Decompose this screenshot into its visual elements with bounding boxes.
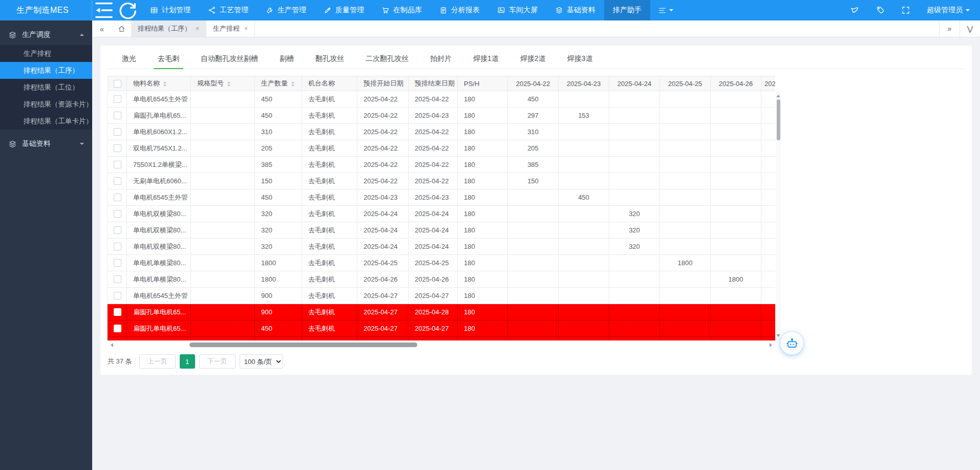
cell-daily-quantity bbox=[660, 173, 711, 189]
process-tab-welding-1[interactable]: 焊接1道 bbox=[465, 49, 507, 69]
tab-schedule-result-process[interactable]: 排程结果（工序）× bbox=[131, 20, 206, 37]
nav-item-scheduling-assistant[interactable]: 排产助手 bbox=[604, 0, 650, 20]
cell-end-date: 2025-04-22 bbox=[409, 91, 458, 108]
row-checkbox[interactable] bbox=[114, 128, 121, 136]
scroll-left-arrow-icon[interactable] bbox=[109, 343, 113, 347]
process-tab-deburring[interactable]: 去毛刺 bbox=[150, 49, 187, 69]
sidebar-section-production-scheduling[interactable]: 生产调度 bbox=[0, 25, 92, 45]
cell-end-date: 2025-04-28 bbox=[409, 304, 458, 321]
column-header-label: 机台名称 bbox=[308, 79, 335, 87]
tag-icon[interactable] bbox=[876, 6, 885, 15]
process-tab-welding-2[interactable]: 焊接2道 bbox=[512, 49, 554, 69]
nav-item-workshop-screen[interactable]: 车间大屏 bbox=[488, 0, 546, 20]
app-title: 生产制造MES bbox=[0, 0, 92, 20]
nav-item-basic-data[interactable]: 基础资料 bbox=[546, 0, 604, 20]
sidebar-item-schedule-result-resource-card[interactable]: 排程结果（资源卡片） bbox=[0, 96, 92, 113]
column-header[interactable]: 物料名称 bbox=[127, 76, 191, 91]
vertical-scrollbar[interactable] bbox=[776, 91, 781, 340]
fullscreen-icon[interactable] bbox=[901, 6, 910, 15]
collapse-sidebar-icon[interactable] bbox=[92, 0, 116, 20]
scroll-right-arrow-icon[interactable] bbox=[770, 343, 774, 347]
tabs-scroll-right-button[interactable]: » bbox=[939, 20, 960, 37]
process-tab-auto-tapping-slotting[interactable]: 自动翻孔攻丝剔槽 bbox=[193, 49, 266, 69]
scroll-up-arrow-icon[interactable] bbox=[776, 93, 780, 97]
cell-end-date: 2025-04-22 bbox=[409, 140, 458, 157]
column-header[interactable]: 生产数量 bbox=[255, 76, 302, 91]
cell-daily-quantity bbox=[660, 222, 711, 239]
more-menu-button[interactable] bbox=[650, 6, 681, 15]
cell-quantity bbox=[255, 337, 302, 341]
table-row: 单电机6060X1.2...310去毛刺机2025-04-222025-04-2… bbox=[108, 124, 776, 140]
sidebar-item-schedule-result-station[interactable]: 排程结果（工位） bbox=[0, 79, 92, 96]
current-page-button[interactable]: 1 bbox=[180, 354, 195, 369]
cell-daily-quantity bbox=[761, 91, 776, 108]
row-checkbox[interactable] bbox=[114, 177, 121, 185]
row-checkbox[interactable] bbox=[114, 144, 121, 152]
cell-daily-quantity bbox=[711, 222, 761, 239]
sidebar-item-schedule-result-workorder-card[interactable]: 排程结果（工单卡片） bbox=[0, 113, 92, 130]
sort-icon[interactable] bbox=[163, 80, 166, 88]
tabs-dropdown-button[interactable]: ⋁ bbox=[960, 20, 980, 37]
process-tab-sealing[interactable]: 拍封片 bbox=[422, 49, 460, 69]
cell-daily-quantity: 150 bbox=[508, 173, 559, 189]
page-size-select[interactable]: 100 条/页 bbox=[240, 354, 283, 369]
scroll-down-arrow-icon[interactable] bbox=[776, 334, 780, 339]
refresh-icon[interactable] bbox=[116, 0, 139, 20]
prev-page-button[interactable]: 上一页 bbox=[139, 354, 176, 369]
sidebar-item-production-scheduling[interactable]: 生产排程 bbox=[0, 45, 92, 62]
cell-end-date: 2025-04-26 bbox=[409, 271, 458, 288]
sidebar-section-basic-data[interactable]: 基础资料 bbox=[0, 134, 92, 154]
cell-psh: 180 bbox=[458, 189, 508, 206]
sort-icon[interactable] bbox=[291, 80, 294, 88]
cell-material-name: 单电机双横梁80... bbox=[127, 206, 191, 222]
row-checkbox[interactable] bbox=[114, 194, 121, 201]
process-tab-tapping[interactable]: 翻孔攻丝 bbox=[307, 49, 352, 69]
nav-item-wip-warehouse[interactable]: 在制品库 bbox=[373, 0, 431, 20]
process-tab-secondary-tapping[interactable]: 二次翻孔攻丝 bbox=[357, 49, 417, 69]
row-checkbox[interactable] bbox=[114, 112, 121, 119]
cell-daily-quantity bbox=[761, 321, 776, 337]
select-all-checkbox[interactable] bbox=[114, 80, 121, 88]
home-tab-button[interactable] bbox=[112, 20, 131, 37]
cell-daily-quantity bbox=[609, 108, 660, 124]
tabs-scroll-left-button[interactable]: « bbox=[92, 20, 112, 37]
nav-item-plan-management[interactable]: 计划管理 bbox=[141, 0, 199, 20]
nav-item-analysis-reports[interactable]: 分析报表 bbox=[431, 0, 488, 20]
row-checkbox[interactable] bbox=[114, 243, 121, 250]
cell-daily-quantity bbox=[711, 304, 761, 321]
horizontal-scrollbar-thumb[interactable] bbox=[189, 343, 417, 347]
row-checkbox[interactable] bbox=[114, 259, 121, 267]
row-checkbox[interactable] bbox=[114, 161, 121, 168]
row-checkbox[interactable] bbox=[114, 325, 121, 332]
row-checkbox[interactable] bbox=[114, 95, 121, 103]
process-tab-welding-3[interactable]: 焊接3道 bbox=[559, 49, 601, 69]
tab-close-icon[interactable]: × bbox=[244, 25, 248, 32]
row-checkbox[interactable] bbox=[114, 292, 121, 300]
nav-item-production-management[interactable]: 生产管理 bbox=[257, 0, 315, 20]
next-page-button[interactable]: 下一页 bbox=[199, 354, 236, 369]
cell-daily-quantity: 450 bbox=[508, 91, 559, 108]
assistant-chat-button[interactable] bbox=[780, 332, 803, 355]
row-checkbox[interactable] bbox=[114, 275, 121, 283]
cell-daily-quantity bbox=[508, 206, 559, 222]
cell-end-date: 2025-04-22 bbox=[409, 173, 458, 189]
nav-item-process-management[interactable]: 工艺管理 bbox=[199, 0, 257, 20]
tab-close-icon[interactable]: × bbox=[196, 25, 199, 32]
cell-daily-quantity bbox=[609, 337, 660, 341]
sidebar-item-schedule-result-process[interactable]: 排程结果（工序） bbox=[0, 62, 92, 79]
column-header-label: 规格型号 bbox=[197, 79, 224, 87]
nav-item-quality-management[interactable]: 质量管理 bbox=[315, 0, 373, 20]
dove-icon[interactable] bbox=[850, 6, 859, 15]
cell-start-date: 2025-04-24 bbox=[357, 222, 409, 239]
process-tab-slotting[interactable]: 剔槽 bbox=[271, 49, 302, 69]
tab-production-scheduling[interactable]: 生产排程× bbox=[206, 20, 255, 37]
column-header[interactable]: 规格型号 bbox=[191, 76, 255, 91]
sort-icon[interactable] bbox=[227, 80, 230, 88]
process-tab-laser[interactable]: 激光 bbox=[114, 49, 144, 69]
row-checkbox[interactable] bbox=[114, 226, 121, 234]
user-menu[interactable]: 超级管理员 bbox=[927, 6, 970, 15]
vertical-scrollbar-thumb[interactable] bbox=[777, 99, 780, 140]
horizontal-scrollbar[interactable] bbox=[108, 342, 775, 348]
row-checkbox[interactable] bbox=[114, 210, 121, 218]
row-checkbox[interactable] bbox=[114, 308, 121, 316]
